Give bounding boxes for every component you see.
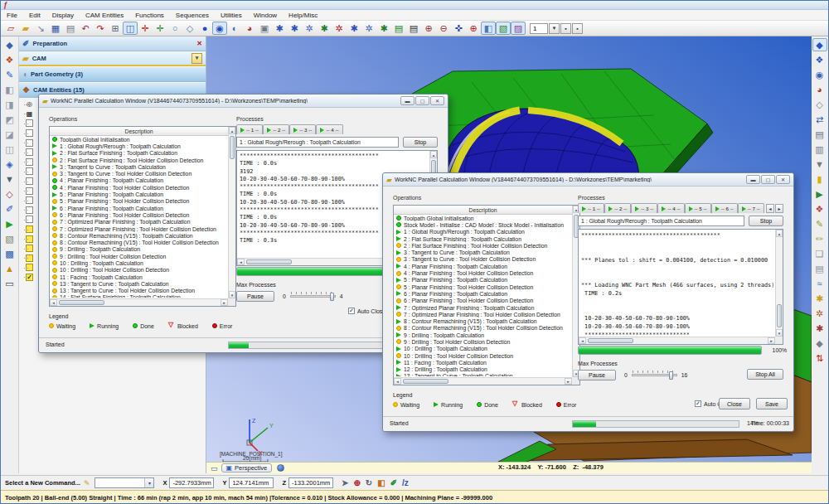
shading-sphere-icon[interactable] <box>277 464 284 472</box>
render-shaded-icon[interactable]: ◆ <box>812 38 827 51</box>
tree-checkbox[interactable]: ◎ <box>26 100 33 108</box>
operation-row[interactable]: 8 : Contour Remachining (V15) : Toolpath… <box>395 317 571 324</box>
cam-op-7-icon[interactable]: ✲ <box>361 22 376 35</box>
axis-figure-green-icon[interactable]: ✛ <box>153 22 167 35</box>
operation-row[interactable]: 11 : Facing : Toolpath Calculation <box>395 359 571 366</box>
a-annotate-icon[interactable]: ✐ <box>2 202 17 216</box>
print-icon[interactable]: ▤ <box>63 22 78 35</box>
operation-row[interactable]: 6 : Planar Finishing : Tool Holder Colli… <box>51 211 227 218</box>
tabs-scroll-left-button[interactable]: ◂ <box>766 204 774 213</box>
toolpath-edit-icon[interactable]: ✎ <box>812 217 827 230</box>
render-mode-icon[interactable]: ◧ <box>377 478 385 487</box>
operation-row[interactable]: 13 : Tangent to Curve : Tool Holder Coll… <box>51 288 227 294</box>
layer-dropdown-button[interactable]: ▾ <box>549 23 560 34</box>
operation-row[interactable]: 1 : Global Rough/Rerough : Toolpath Calc… <box>395 229 571 235</box>
tree-checkbox[interactable]: ▦ <box>26 110 33 118</box>
tree-checkbox[interactable] <box>26 177 33 185</box>
tree-checkbox[interactable] <box>26 158 33 166</box>
menu-item[interactable]: File <box>1 10 23 20</box>
menu-item[interactable]: Window <box>248 10 283 20</box>
axis-figure-red-icon[interactable]: ✛ <box>138 22 153 35</box>
mask-icon[interactable]: ◇ <box>812 98 827 111</box>
surface-icon[interactable]: ❖ <box>2 53 17 66</box>
wave-icon[interactable]: ≈ <box>812 277 827 290</box>
cam-op-1-icon[interactable]: ✱ <box>272 22 287 35</box>
scroll-up-icon[interactable]: ▴ <box>229 127 235 134</box>
toolpath-play-icon[interactable]: ▶ <box>2 217 17 230</box>
globe-icon[interactable]: ◐ <box>227 22 242 35</box>
tool-holder-icon[interactable]: ▶ <box>812 187 827 201</box>
cam-op-4-icon[interactable]: ✱ <box>317 22 332 35</box>
perspective-button[interactable]: ▣ Perspective <box>221 463 273 472</box>
operation-row[interactable]: 2 : Flat Surface Finishing : Tool Holder… <box>51 157 227 163</box>
operation-row[interactable]: 4 : Planar Finishing : Tool Holder Colli… <box>395 269 571 276</box>
menu-item[interactable]: Edit <box>23 10 46 20</box>
close-section-icon[interactable]: ✕ <box>196 40 202 47</box>
slider-thumb[interactable] <box>330 293 334 301</box>
view-anim-icon[interactable]: ▨ <box>511 22 526 35</box>
stock-view-icon[interactable]: ◆ <box>812 337 827 350</box>
save-button[interactable]: Save <box>756 398 788 410</box>
menu-item[interactable]: Help/Misc <box>283 10 323 20</box>
probe-icon[interactable]: ⊕ <box>466 22 481 35</box>
sidebar-section-cam[interactable]: ▰ CAM ▾ <box>19 51 206 66</box>
compare-icon[interactable]: ⇄ <box>812 113 827 126</box>
process-tab[interactable]: -- 3 -- <box>289 124 316 134</box>
close-button[interactable]: ✕ <box>430 96 444 105</box>
close-button[interactable]: ✕ <box>776 175 790 184</box>
tree-checkbox[interactable] <box>26 235 33 243</box>
operation-row[interactable]: 6 : Planar Finishing : Toolpath Calculat… <box>395 290 571 297</box>
operation-row[interactable]: 2 : Flat Surface Finishing : Toolpath Ca… <box>51 150 227 157</box>
auto-close-checkbox[interactable]: ✓ <box>695 400 701 407</box>
measure-icon[interactable]: ✐ <box>390 478 397 487</box>
operation-row[interactable]: 2 : Flat Surface Finishing : Toolpath Ca… <box>395 235 571 242</box>
menu-item[interactable]: Display <box>46 10 80 20</box>
operation-row[interactable]: Toolpath Global Initialisation <box>395 215 571 221</box>
worklist-dark-icon[interactable]: ▤ <box>406 22 421 35</box>
tabs-scroll-right-button[interactable]: ▸ <box>775 204 783 213</box>
operation-row[interactable]: 14 : Flat Surface Finishing : Toolpath C… <box>51 294 227 298</box>
tp-colored-2-icon[interactable]: ✲ <box>812 307 827 320</box>
tree-checkbox[interactable] <box>26 167 33 175</box>
drill-icon[interactable]: ▼ <box>812 158 827 171</box>
operation-row[interactable]: 9 : Drilling : Toolpath Calculation <box>395 332 571 338</box>
operation-row[interactable]: 2 : Flat Surface Finishing : Tool Holder… <box>395 242 571 249</box>
operation-row[interactable]: 8 : Contour Remachining (V15) : Tool Hol… <box>51 239 227 245</box>
operation-row[interactable]: 5 : Planar Finishing : Tool Holder Colli… <box>51 198 227 205</box>
tp-colored-3-icon[interactable]: ✱ <box>812 322 827 335</box>
current-process-field[interactable]: 1 : Global Rough/Rerough : Toolpath Calc… <box>578 216 744 226</box>
pie-sphere-icon[interactable]: ◕ <box>242 22 257 35</box>
combo-dropdown-icon[interactable]: ▾ <box>144 478 153 487</box>
collision-icon[interactable]: ▲ <box>2 262 17 275</box>
stock-box-1-icon[interactable]: ◧ <box>2 83 17 96</box>
auto-close-option[interactable]: ✓ Auto Close <box>348 308 385 314</box>
process-tab[interactable]: -- 1 -- <box>578 203 604 213</box>
stock-box-5-icon[interactable]: ◫ <box>2 143 17 156</box>
snapshot-icon[interactable]: ▣ <box>257 22 272 35</box>
tree-checkbox[interactable] <box>26 264 33 271</box>
select-arrow-icon[interactable]: ➤ <box>342 478 348 487</box>
operation-row[interactable]: 8 : Contour Remachining (V15) : Toolpath… <box>51 232 227 239</box>
process-tab[interactable]: -- 3 -- <box>631 203 657 213</box>
scroll-right-icon[interactable]: ▸ <box>221 299 228 306</box>
cam-op-5-icon[interactable]: ✲ <box>332 22 347 35</box>
page-icon[interactable]: ❏ <box>812 247 827 260</box>
redo-icon[interactable]: ↷ <box>93 22 108 35</box>
auto-close-checkbox[interactable]: ✓ <box>348 308 355 314</box>
cam-op-8-icon[interactable]: ✱ <box>376 22 391 35</box>
operation-row[interactable]: 5 : Planar Finishing : Toolpath Calculat… <box>395 277 571 284</box>
r-probe-icon[interactable]: ◇ <box>2 187 17 201</box>
open-folder-icon[interactable]: ▰ <box>18 22 33 35</box>
z-filter-icon[interactable]: /z <box>402 478 409 487</box>
process-tab[interactable]: -- 5 -- <box>685 203 711 213</box>
rotate-view-icon[interactable]: ↻ <box>366 478 372 487</box>
view-prev-icon[interactable]: ◧ <box>481 22 496 35</box>
process-tab[interactable]: -- 2 -- <box>604 203 631 213</box>
render-globe-icon[interactable]: ◉ <box>812 68 827 81</box>
process-tab[interactable]: -- 7 -- <box>738 203 764 213</box>
pause-button[interactable]: Pause <box>578 370 616 380</box>
operation-row[interactable]: 10 : Drilling : Toolpath Calculation <box>395 346 571 352</box>
stop-button[interactable]: Stop <box>403 137 438 148</box>
operation-row[interactable]: 5 : Planar Finishing : Tool Holder Colli… <box>395 284 571 290</box>
calc-window-1-titlebar[interactable]: ▰ WorkNC Parallel Calculation Window (V1… <box>39 94 448 108</box>
